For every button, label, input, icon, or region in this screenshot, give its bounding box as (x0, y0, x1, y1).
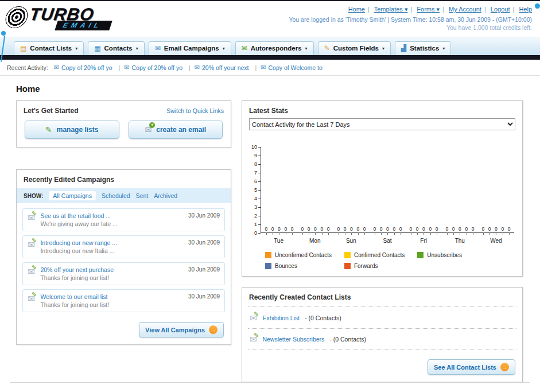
create-email-button[interactable]: ✉+ create an email (129, 121, 223, 139)
contact-list-item[interactable]: ✉✎ Exhibition List - (0 Contacts) (248, 308, 516, 329)
campaign-title-link[interactable]: See us at the retail food ... (40, 212, 183, 219)
campaign-list-item[interactable]: ✉✎ See us at the retail food ... We're g… (22, 208, 225, 231)
campaign-date: 30 Jun 2009 (188, 293, 220, 300)
campaign-title-link[interactable]: 20% off your next purchase (40, 266, 183, 273)
arrow-right-icon: → (500, 363, 509, 371)
contact-list-link[interactable]: Exhibition List (262, 315, 300, 321)
chart-y-tick: 3 (254, 204, 261, 210)
recent-activity-link[interactable]: Copy of 20% off yo (61, 64, 112, 71)
campaign-filter-bar: SHOW: All Campaigns Scheduled Sent Archi… (17, 188, 231, 203)
recent-activity-item[interactable]: ✉ Copy of Welcome to (261, 64, 323, 71)
chart-value-label: 0 (416, 227, 419, 232)
chart-x-label: Mon (297, 238, 333, 244)
recent-activity-link[interactable]: Copy of Welcome to (268, 64, 322, 71)
legend-label: Unsubscribes (427, 252, 462, 258)
top-nav-item[interactable]: Home (348, 6, 372, 13)
top-nav-link[interactable]: Templates ▾ (374, 6, 408, 13)
switch-quick-links-link[interactable]: Switch to Quick Links (166, 107, 224, 114)
tab-label: Custom Fields (333, 45, 379, 52)
recent-activity-label: Recent Activity: (7, 64, 48, 71)
chart-x-label: Wed (478, 238, 514, 244)
campaign-title-link[interactable]: Welcome to our email list (40, 293, 183, 300)
chart-value-label: 0 (472, 227, 475, 232)
chart-value-group: 00000 (478, 227, 514, 232)
legend-swatch (265, 252, 271, 258)
chart-value-label: 0 (320, 227, 323, 232)
campaign-text: Welcome to our email list Thanks for joi… (40, 293, 183, 308)
pencil-icon: ✎ (45, 125, 52, 134)
recent-activity-item[interactable]: ✉ Copy of 20% off yo (124, 64, 194, 71)
arrow-right-icon: → (209, 325, 217, 334)
see-all-contact-lists-button[interactable]: See All Contact Lists → (428, 359, 515, 375)
chart-value-group: 00000 (297, 227, 333, 232)
legend-item: Bounces (265, 263, 332, 269)
top-nav-link[interactable]: Logout (491, 6, 510, 13)
contact-list-item[interactable]: ✉✎ Newsletter Subscribers - (0 Contacts) (248, 329, 516, 350)
contact-list-link[interactable]: Newsletter Subscribers (262, 336, 324, 343)
chart-value-label: 0 (284, 227, 287, 232)
chart-value-label: 0 (301, 227, 304, 232)
chart-value-label: 0 (350, 227, 353, 232)
main-nav-tab[interactable]: ▤ Contact Lists ▾ (14, 41, 84, 55)
envelope-icon: ✉ (195, 64, 200, 71)
filter-all-campaigns[interactable]: All Campaigns (49, 191, 96, 200)
campaign-title-link[interactable]: Introducing our new range ... (40, 239, 183, 246)
manage-lists-button[interactable]: ✎ manage lists (25, 121, 119, 139)
main-nav-tab[interactable]: ▟ Statistics ▾ (395, 41, 451, 55)
page-title: Home (16, 84, 529, 94)
top-nav-link[interactable]: Help (519, 6, 532, 13)
main-content: Home Let's Get Started Switch to Quick L… (0, 76, 540, 382)
campaign-list-item[interactable]: ✉✎ Welcome to our email list Thanks for … (22, 289, 225, 312)
manage-lists-label: manage lists (57, 126, 99, 134)
legend-swatch (417, 252, 424, 258)
header-right: Home Templates ▾ Forms ▾ My Account Logo… (289, 3, 532, 31)
campaign-list-item[interactable]: ✉✎ 20% off your next purchase Thanks for… (22, 262, 225, 285)
chevron-down-icon: ▾ (442, 46, 445, 51)
activity-chart: 10 9 8 7 6 5 4 (242, 134, 522, 236)
top-nav-link[interactable]: Forms ▾ (417, 6, 440, 13)
top-nav-link[interactable]: My Account (449, 6, 481, 13)
filter-sent[interactable]: Sent (136, 192, 149, 199)
stats-period-select[interactable]: Contact Activity for the Last 7 Days (249, 118, 515, 130)
top-nav-item[interactable]: Templates ▾ (374, 6, 415, 13)
contact-lists-panel-title: Recently Created Contact Lists (249, 293, 351, 301)
credits-info: You have 1,000 total credits left. (289, 24, 532, 31)
main-nav-tab[interactable]: ✎ Custom Fields ▾ (318, 41, 391, 55)
contact-list-count: - (0 Contacts) (305, 315, 341, 321)
top-nav-item[interactable]: My Account (449, 6, 489, 13)
chart-value-label: 0 (271, 227, 274, 232)
top-nav-item[interactable]: Help (519, 6, 532, 13)
top-nav-item[interactable]: Logout (491, 6, 518, 13)
view-all-campaigns-label: View All Campaigns (145, 327, 205, 333)
campaign-date: 30 Jun 2009 (188, 266, 220, 273)
legend-item: Confirmed Contacts (344, 252, 405, 258)
chart-value-label: 0 (393, 227, 395, 232)
campaign-list-item[interactable]: ✉✎ Introducing our new range ... Introdu… (22, 235, 225, 258)
legend-swatch (265, 263, 271, 269)
legend-swatch (344, 263, 351, 269)
chart-y-tick: 0 (254, 230, 261, 236)
chart-y-tick: 9 (254, 153, 261, 158)
top-nav-link[interactable]: Home (348, 6, 365, 13)
top-nav-item[interactable]: Forms ▾ (417, 6, 447, 13)
main-nav-tab[interactable]: ▦ Contacts ▾ (88, 41, 145, 55)
campaign-subtitle: Thanks for joining our list! (40, 301, 183, 308)
filter-scheduled[interactable]: Scheduled (102, 192, 130, 199)
chevron-down-icon: ▾ (136, 46, 138, 51)
chart-value-label: 0 (501, 227, 504, 232)
recent-activity-link[interactable]: 20% off your next (202, 64, 249, 71)
recent-activity-item[interactable]: ✉ Copy of 20% off yo (54, 64, 124, 71)
chart-value-label: 0 (410, 227, 413, 232)
chart-y-tick: 5 (254, 187, 261, 193)
recent-activity-items: ✉ Copy of 20% off yo ✉ Copy of 20% off y… (54, 64, 323, 71)
chart-value-label: 0 (429, 227, 432, 232)
chart-value-label: 0 (482, 227, 485, 232)
main-nav-tab[interactable]: ✉ Email Campaigns ▾ (149, 41, 231, 55)
filter-archived[interactable]: Archived (154, 192, 177, 199)
chart-value-label: 0 (363, 227, 366, 232)
main-nav-tab[interactable]: ✉ Autoresponders ▾ (235, 41, 314, 55)
chart-value-label: 0 (314, 227, 317, 232)
recent-activity-item[interactable]: ✉ 20% off your next (195, 64, 261, 71)
recent-activity-link[interactable]: Copy of 20% off yo (131, 64, 182, 71)
view-all-campaigns-button[interactable]: View All Campaigns → (139, 322, 224, 337)
